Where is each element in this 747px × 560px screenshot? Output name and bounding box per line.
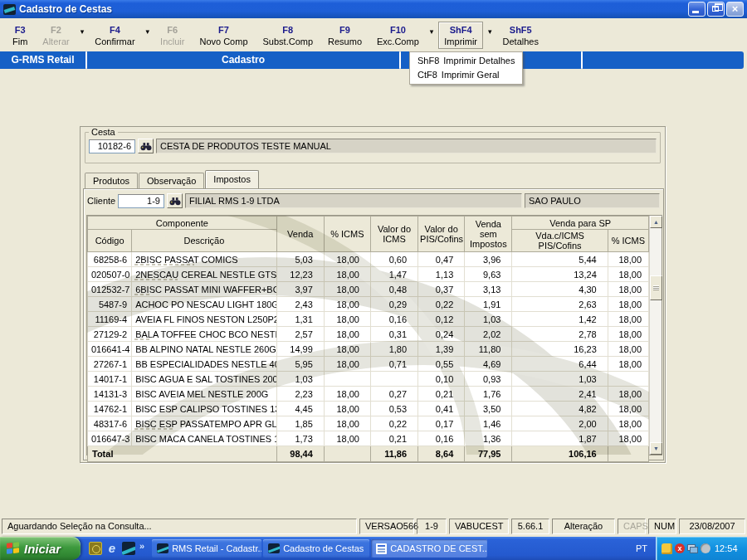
cell-descricao: BISC MACA CANELA TOSTINES 180G xyxy=(132,431,277,446)
windows-logo-icon xyxy=(7,542,20,555)
toolbar-key: F7 xyxy=(199,25,247,35)
content-frame: Cesta 10182-6 CESTA DE PRODUTOS TESTE MA… xyxy=(80,126,666,463)
table-row[interactable]: 14017-1BISC AGUA E SAL TOSTINES 200G1,03… xyxy=(88,372,649,387)
cell-value: 0,27 xyxy=(370,387,417,402)
cell-codigo: 27267-1 xyxy=(88,357,132,372)
toolbar-dropdown-arrow-icon[interactable]: ▾ xyxy=(77,27,88,36)
table-row[interactable]: 27267-1BB ESPECIALIDADES NESTLE 400G5,95… xyxy=(88,357,649,372)
taskbar-task-rms-retail-cadastr[interactable]: RMS Retail - Cadastr... xyxy=(152,539,261,558)
toolbar-dropdown-arrow-icon[interactable]: ▾ xyxy=(427,27,437,36)
table-row[interactable]: 016641-4BB ALPINO NATAL NESTLE 260G14,99… xyxy=(88,342,649,357)
tab-impostos[interactable]: Impostos xyxy=(205,170,259,188)
table-row[interactable]: 48317-6BISC ESP PASSATEMPO APR GLACE1,85… xyxy=(88,416,649,431)
col-header-descri-o: Descrição xyxy=(132,230,277,252)
cell-value: 18,00 xyxy=(608,357,648,372)
toolbar-button-exc-comp[interactable]: F10Exc.Comp xyxy=(371,22,425,49)
vertical-scrollbar[interactable]: ▲ ▼ xyxy=(649,216,662,455)
rms-app-icon xyxy=(157,543,168,553)
quick-launch: e » xyxy=(81,542,151,555)
table-row[interactable]: 11169-4AVEIA FL FINOS NESTON L250P200G1,… xyxy=(88,312,649,327)
cesta-search-button[interactable] xyxy=(138,139,154,153)
cell-value: 0,22 xyxy=(370,416,417,431)
cell-value: 1,03 xyxy=(465,312,512,327)
cell-value: 2,00 xyxy=(512,416,608,431)
status-cell-vabucest: VABUCEST xyxy=(449,519,509,534)
hand-tray-icon[interactable] xyxy=(662,543,672,554)
table-row[interactable]: 012532-76BISC PASSAT MINI WAFFER+BONEC3,… xyxy=(88,282,649,297)
error-tray-icon[interactable]: x xyxy=(675,543,685,553)
table-row[interactable]: 5487-9ACHOC PO NESCAU LIGHT 180G2,4318,0… xyxy=(88,297,649,312)
cell-value: 1,87 xyxy=(512,431,608,446)
cell-value: 18,00 xyxy=(324,282,370,297)
total-value xyxy=(324,446,370,462)
launcher-icon[interactable] xyxy=(89,542,102,555)
minimize-button[interactable] xyxy=(688,2,706,17)
close-button[interactable]: × xyxy=(726,2,744,17)
toolbar-dropdown-arrow-icon[interactable]: ▾ xyxy=(143,27,154,36)
menu-item-imprimir-geral[interactable]: CtF8Imprimir Geral xyxy=(410,68,522,82)
cell-value: 3,50 xyxy=(465,402,512,416)
network-tray-icon[interactable] xyxy=(687,544,698,553)
total-value xyxy=(608,446,648,462)
appbar-divider xyxy=(581,51,583,69)
table-row[interactable]: 14131-3BISC AVEIA MEL NESTLE 200G2,2318,… xyxy=(88,387,649,402)
toolbar-label: Resumo xyxy=(328,37,362,46)
cesta-code-input[interactable]: 10182-6 xyxy=(89,139,135,153)
taskbar-task-cadastro-de-cestas[interactable]: Cadastro de Cestas xyxy=(263,539,369,558)
cell-codigo: 016641-4 xyxy=(88,342,132,357)
cliente-code-input[interactable]: 1-9 xyxy=(118,194,164,208)
print-menu: ShF8Imprimir DetalhesCtF8Imprimir Geral xyxy=(409,51,523,85)
cell-value: 13,24 xyxy=(512,267,608,282)
table-row[interactable]: 14762-1BISC ESP CALIPSO TOSTINES 130G4,4… xyxy=(88,402,649,416)
restore-button[interactable] xyxy=(707,2,725,17)
section-label: Cadastro xyxy=(87,51,399,69)
tab-produtos[interactable]: Produtos xyxy=(85,173,138,188)
cell-value: 4,82 xyxy=(512,402,608,416)
chevron-double-icon[interactable]: » xyxy=(139,541,144,551)
toolbar-dropdown-arrow-icon[interactable]: ▾ xyxy=(485,27,496,36)
toolbar-button-incluir: F6Incluir xyxy=(154,22,190,49)
status-cell-num: NUM xyxy=(648,519,676,534)
toolbar-label: Imprimir xyxy=(444,37,477,46)
cell-value: 4,69 xyxy=(465,357,512,372)
start-button[interactable]: Iniciar xyxy=(0,537,81,560)
task-label: RMS Retail - Cadastr... xyxy=(172,543,261,553)
cell-descricao: 2BISC PASSAT COMICS xyxy=(132,252,277,267)
table-row[interactable]: 016647-3BISC MACA CANELA TOSTINES 180G1,… xyxy=(88,431,649,446)
toolbar-button-fim[interactable]: F3Fim xyxy=(7,22,33,49)
internet-explorer-icon[interactable]: e xyxy=(106,542,118,555)
cell-codigo: 14762-1 xyxy=(88,402,132,416)
cell-value: 0,24 xyxy=(418,327,465,342)
cliente-search-button[interactable] xyxy=(167,193,183,208)
table-row[interactable]: 020507-02NESCAU CEREAL NESTLE GTS12,2318… xyxy=(88,267,649,282)
table-row[interactable]: 27129-2BALA TOFFEE CHOC BCO NESTLE2,5718… xyxy=(88,327,649,342)
scroll-up-icon[interactable]: ▲ xyxy=(650,216,662,228)
restore-icon xyxy=(712,6,719,12)
toolbar-button-imprimir[interactable]: ShF4Imprimir xyxy=(438,22,483,49)
tab-observa-o[interactable]: Observação xyxy=(139,173,204,188)
cell-value: 0,41 xyxy=(418,402,465,416)
toolbar-button-detalhes[interactable]: ShF5Detalhes xyxy=(497,22,544,49)
toolbar-label: Subst.Comp xyxy=(263,37,314,46)
scrollbar-thumb[interactable] xyxy=(650,275,662,300)
description-note-artifact xyxy=(134,279,178,280)
rms-app-icon[interactable] xyxy=(122,542,135,555)
cell-codigo: 68258-6 xyxy=(88,252,132,267)
cell-value: 1,31 xyxy=(276,312,324,327)
table-row[interactable]: 68258-62BISC PASSAT COMICS5,0318,000,600… xyxy=(88,252,649,267)
taskbar-task-cadastro-de-cest[interactable]: CADASTRO DE CEST... xyxy=(371,539,487,558)
toolbar-button-resumo[interactable]: F9Resumo xyxy=(322,22,368,49)
clock-tray-icon[interactable] xyxy=(701,543,710,553)
toolbar-button-confirmar[interactable]: F4Confirmar xyxy=(89,22,140,49)
menu-item-imprimir-detalhes[interactable]: ShF8Imprimir Detalhes xyxy=(410,54,522,68)
toolbar-button-novo-comp[interactable]: F7Novo Comp xyxy=(193,22,253,49)
scroll-down-icon[interactable]: ▼ xyxy=(650,442,662,455)
description-note-artifact xyxy=(134,428,174,430)
app-logo-icon xyxy=(3,4,16,15)
cliente-label: Cliente xyxy=(87,196,118,206)
status-cell-5-66-1: 5.66.1 xyxy=(511,519,549,534)
total-row: Total98,4411,868,6477,95106,16 xyxy=(88,446,649,462)
toolbar-button-subst-comp[interactable]: F8Subst.Comp xyxy=(257,22,320,49)
cell-value: 5,03 xyxy=(276,252,324,267)
language-indicator[interactable]: PT xyxy=(627,543,656,553)
